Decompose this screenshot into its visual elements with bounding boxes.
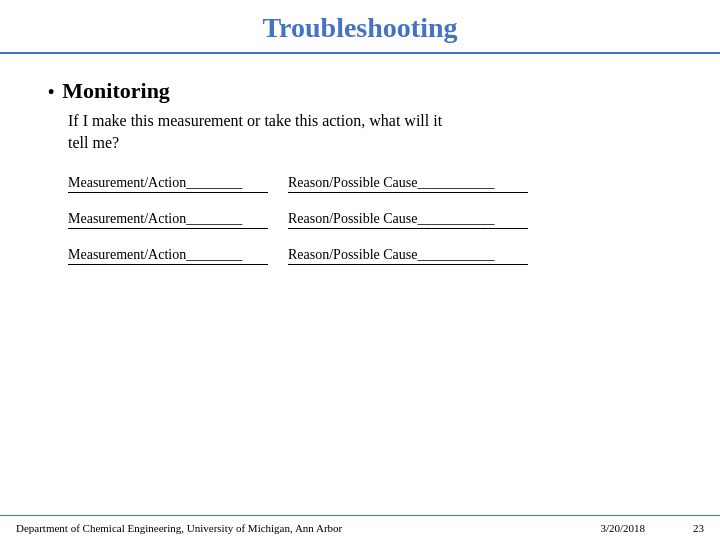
slide-content: • Monitoring If I make this measurement … xyxy=(0,54,720,299)
slide-header: Troubleshooting xyxy=(0,0,720,54)
measurement-cell-1: Measurement/Action________ xyxy=(68,175,268,193)
reason-cell-2: Reason/Possible Cause___________ xyxy=(288,211,528,229)
table-row: Measurement/Action________ Reason/Possib… xyxy=(68,211,672,229)
slide-title: Troubleshooting xyxy=(40,12,680,44)
footer-page: 23 xyxy=(693,522,704,534)
slide-container: Troubleshooting • Monitoring If I make t… xyxy=(0,0,720,540)
footer-institution: Department of Chemical Engineering, Univ… xyxy=(16,522,342,534)
reason-cell-1: Reason/Possible Cause___________ xyxy=(288,175,528,193)
bullet-section: • Monitoring If I make this measurement … xyxy=(48,78,672,155)
slide-footer: Department of Chemical Engineering, Univ… xyxy=(0,515,720,540)
reason-cell-3: Reason/Possible Cause___________ xyxy=(288,247,528,265)
measurement-cell-3: Measurement/Action________ xyxy=(68,247,268,265)
bullet-title: Monitoring xyxy=(62,78,170,104)
bullet-dot: • xyxy=(48,82,54,103)
table-row: Measurement/Action________ Reason/Possib… xyxy=(68,247,672,265)
table-row: Measurement/Action________ Reason/Possib… xyxy=(68,175,672,193)
table-section: Measurement/Action________ Reason/Possib… xyxy=(68,175,672,265)
footer-date: 3/20/2018 xyxy=(600,522,645,534)
measurement-cell-2: Measurement/Action________ xyxy=(68,211,268,229)
bullet-header: • Monitoring xyxy=(48,78,672,104)
footer-right: 3/20/2018 23 xyxy=(600,522,704,534)
sub-text: If I make this measurement or take this … xyxy=(68,110,672,155)
